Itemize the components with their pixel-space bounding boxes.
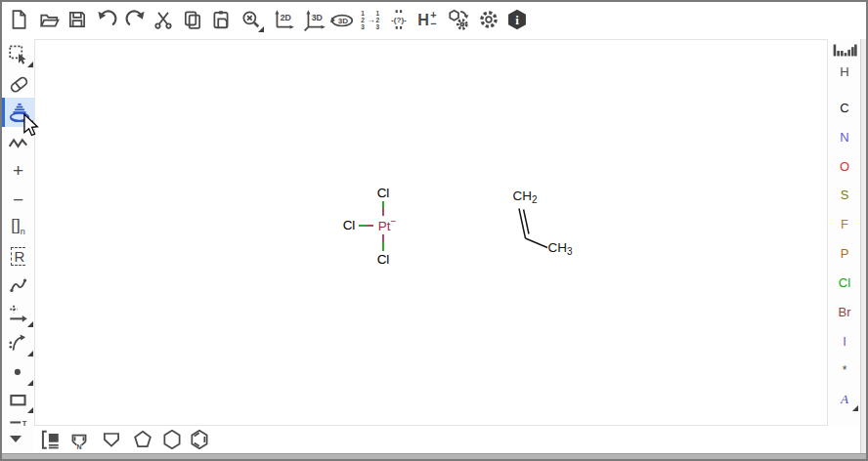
template-benzene-button[interactable] [187,427,212,452]
sgroup-tool-button[interactable]: []n [2,213,34,240]
dropdown-corner [27,351,33,356]
element-button-h[interactable]: H [830,59,859,84]
element-button-advanced[interactable]: A [830,387,859,412]
query-bond-button[interactable]: -(?)- [386,6,413,33]
dropdown-corner [27,380,33,386]
ellipse-shape-tool-button[interactable] [2,359,34,387]
pyrrole-template-icon: N [67,428,91,451]
element-button-o[interactable]: O [830,153,859,179]
cut-button[interactable] [150,6,177,33]
svg-text:T: T [22,419,26,428]
atom-cl-left[interactable]: Cl [343,219,356,232]
settings-button[interactable] [475,6,502,33]
info-icon: i [505,8,529,31]
electron-flow-arrow-icon [7,332,30,356]
copy-button[interactable] [179,6,206,33]
paste-button[interactable] [207,6,235,33]
structure-checker-button[interactable] [445,6,472,33]
drawing-canvas[interactable]: Cl Cl Cl Pt− CH2 CH3 [34,39,828,426]
more-tools-scroll-arrow[interactable] [10,436,22,442]
element-symbol: Br [839,305,851,319]
new-document-button[interactable] [5,6,32,33]
electron-flow-tool-button[interactable] [2,330,34,357]
map-atoms-icon: 1 2 3 → 1 2 3 [358,8,383,31]
template-cyclohexane-button[interactable] [159,427,185,452]
selection-tool-button[interactable] [2,41,34,68]
hydrogens-toggle-button[interactable]: H + − [413,6,441,33]
element-button-s[interactable]: S [830,182,859,207]
clean-2d-button[interactable]: 2D [270,6,297,33]
zoom-button[interactable] [238,6,265,33]
svg-text:i: i [515,13,519,27]
pt-charge: − [390,216,396,227]
cyclohexane-template-icon [160,428,184,451]
cut-scissors-icon [152,9,174,30]
element-button-cl[interactable]: Cl [830,270,859,295]
svg-text:2: 2 [361,17,365,23]
charge-minus-button[interactable]: − [2,186,34,213]
atom-ch2[interactable]: CH2 [512,189,537,206]
view-3d-icon: 3D [329,8,355,31]
text-tool-button[interactable]: T [2,416,34,430]
redo-button[interactable] [122,6,150,33]
dropdown-corner [27,321,33,327]
element-button-c[interactable]: C [830,95,859,120]
cyclopentane-template-icon [131,428,154,451]
element-symbol: A [841,392,848,407]
paste-clipboard-icon [210,9,232,30]
template-cyclopentadiene-button[interactable] [99,427,124,452]
undo-button[interactable] [93,6,120,33]
atom-ch3[interactable]: CH3 [547,241,572,258]
template-library-button[interactable] [37,427,63,452]
rgroup-tool-button[interactable]: R [2,242,34,270]
eraser-tool-button[interactable] [2,70,34,98]
clean-2d-icon: 2D [272,8,295,31]
plus-icon: + [13,161,23,180]
element-symbol: Cl [839,275,850,290]
clean-3d-icon: 3D [303,8,326,31]
new-document-icon [8,9,29,30]
undo-icon [96,9,117,30]
dropdown-corner [258,26,264,32]
text-tool-icon: T [7,416,30,430]
open-button[interactable] [35,6,63,33]
minus-icon: − [13,190,23,209]
template-cyclopentane-button[interactable] [130,427,155,452]
save-button[interactable] [64,6,91,33]
settings-gear-icon [477,8,500,31]
map-atoms-button[interactable]: 1 2 3 → 1 2 3 [357,6,384,33]
element-button-br[interactable]: Br [830,299,859,324]
element-symbol: I [843,334,846,349]
reaction-arrow-tool-button[interactable] [2,301,34,328]
charge-plus-button[interactable]: + [2,156,34,184]
view-3d-button[interactable]: 3D [328,6,356,33]
top-toolbar: 2D 3D 3D 1 2 3 → 1 [2,2,866,39]
element-button-p[interactable]: P [830,240,859,266]
element-button-i[interactable]: I [830,328,859,354]
eraser-icon [7,72,30,96]
atom-cl-bottom[interactable]: Cl [377,253,390,267]
propene-single-bond[interactable] [526,238,548,248]
dot-shape-icon [7,361,30,385]
element-button-n[interactable]: N [830,124,859,149]
right-toolbar: H C N O S F P Cl Br I * A [828,39,860,453]
template-pyrrole-button[interactable]: N [66,427,92,452]
rectangle-shape-tool-button[interactable] [2,387,34,414]
atom-pt[interactable]: Pt− [378,217,397,232]
element-symbol: * [843,363,847,377]
info-button[interactable]: i [503,6,531,33]
propene-double-bond[interactable] [519,209,529,239]
svg-text:3D: 3D [338,17,349,25]
rgroup-icon: R [11,247,26,266]
periodic-table-button[interactable] [829,41,859,61]
svg-text:−: − [430,18,436,29]
dropdown-corner [852,405,858,411]
atom-cl-top[interactable]: Cl [377,187,390,200]
clean-3d-button[interactable]: 3D [301,6,328,33]
element-button-any[interactable]: * [830,357,859,383]
svg-text:3: 3 [375,23,379,30]
svg-text:2D: 2D [281,13,291,22]
query-bond-icon: -(?)- [387,8,412,31]
element-button-f[interactable]: F [830,211,859,236]
reaction-mapping-tool-button[interactable] [2,272,34,299]
